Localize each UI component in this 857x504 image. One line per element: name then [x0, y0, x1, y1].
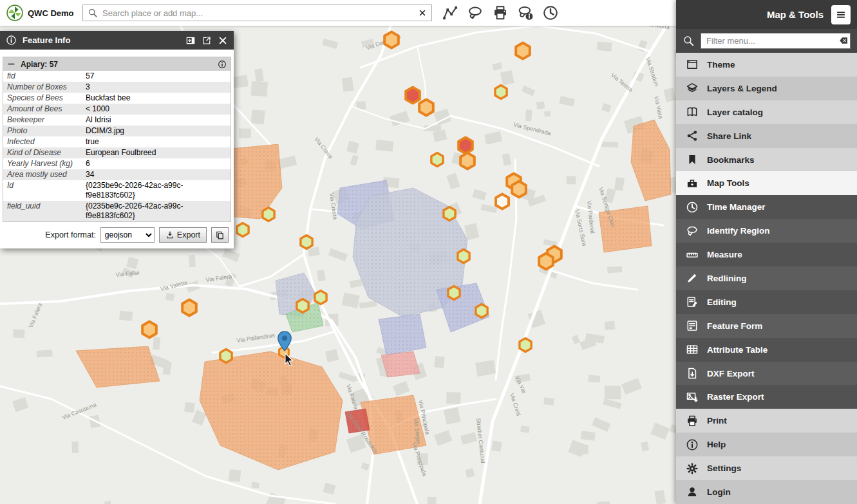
help-icon	[686, 438, 699, 451]
apiary-marker[interactable]	[512, 182, 526, 198]
attribute-row-number-of-boxes[interactable]: Number of Boxes 3	[3, 82, 231, 93]
apiary-marker[interactable]	[419, 100, 433, 116]
sidebar-item-theme[interactable]: Theme	[676, 53, 857, 77]
apiary-marker[interactable]	[237, 223, 249, 237]
toolbar-time-manager-button[interactable]	[540, 2, 561, 24]
apiary-marker[interactable]	[476, 304, 487, 318]
sidebar-item-layer-catalog[interactable]: Layer catalog	[676, 100, 857, 124]
export-format-select[interactable]: geojson	[100, 227, 155, 243]
attribute-row-photo[interactable]: Photo DCIM/3.jpg	[3, 126, 231, 136]
sidebar-item-print[interactable]: Print	[676, 409, 857, 433]
apiary-marker[interactable]	[539, 254, 553, 270]
collapse-icon[interactable]	[7, 60, 15, 68]
attribute-value: {0235be9c-2026-42ac-a99c-f9e8183fc602}	[86, 201, 231, 221]
bookmark-icon	[686, 153, 699, 166]
toolbar-identify-region-button[interactable]	[465, 2, 485, 24]
apiary-marker[interactable]	[495, 86, 507, 99]
export-button[interactable]: Export	[159, 227, 207, 243]
apiary-marker[interactable]	[496, 194, 509, 209]
apiary-marker[interactable]	[431, 153, 443, 167]
attribute-value: < 1000	[86, 104, 231, 115]
attribute-row-fid[interactable]: fid 57	[3, 71, 231, 82]
sidebar-item-dxf-export[interactable]: DXF Export	[676, 362, 857, 386]
sidebar-item-feature-form[interactable]: Feature Form	[676, 314, 857, 338]
apiary-marker[interactable]	[182, 300, 196, 316]
sidebar-item-raster-export[interactable]: Raster Export	[676, 385, 857, 409]
attribute-value: Al Idrisi	[86, 115, 231, 126]
feature-zoom-info-icon[interactable]	[218, 60, 227, 69]
apiary-marker[interactable]	[301, 236, 312, 249]
attribute-row-infected[interactable]: Infected true	[3, 136, 231, 147]
sidebar-item-label: Theme	[707, 60, 735, 70]
sidebar-item-redlining[interactable]: Redlining	[676, 266, 857, 290]
sidebar-item-login[interactable]: Login	[676, 480, 857, 504]
attribute-row-species-of-bees[interactable]: Species of Bees Buckfast bee	[3, 93, 231, 104]
menu-button[interactable]	[831, 5, 851, 24]
layer-catalog-icon	[686, 106, 699, 118]
login-icon	[686, 485, 699, 498]
apiary-marker[interactable]	[520, 339, 531, 352]
filter-menu-input[interactable]	[701, 33, 851, 49]
attribute-row-field-uuid[interactable]: field_uuid {0235be9c-2026-42ac-a99c-f9e8…	[3, 201, 231, 221]
apiary-marker[interactable]	[142, 322, 156, 338]
sidebar-item-layers-legend[interactable]: Layers & Legend	[676, 77, 857, 100]
apiary-marker[interactable]	[220, 350, 232, 363]
apiary-marker[interactable]	[458, 138, 473, 154]
attribute-row-kind-of-disease[interactable]: Kind of Disease European Foulbreed	[3, 147, 231, 158]
apiary-marker[interactable]	[460, 153, 475, 169]
clear-filter-icon[interactable]	[838, 35, 849, 46]
attribute-row-id[interactable]: Id {0235be9c-2026-42ac-a99c-f9e8183fc602…	[3, 180, 231, 201]
apiary-marker[interactable]	[444, 207, 455, 221]
detach-icon[interactable]	[202, 35, 212, 46]
sidebar-item-time-manager[interactable]: Time Manager	[676, 195, 857, 219]
feature-section-header[interactable]: Apiary: 57	[3, 57, 231, 71]
toolbar-identify-button[interactable]	[515, 2, 536, 24]
attribute-name: Amount of Bees	[3, 104, 86, 115]
attribute-row-area-mostly-used[interactable]: Area mostly used 34	[3, 169, 231, 180]
apiary-marker[interactable]	[406, 88, 420, 104]
sidebar-item-identify-region[interactable]: Identify Region	[676, 219, 857, 243]
qwc-logo-icon	[6, 5, 23, 21]
theme-icon	[686, 58, 699, 71]
export-clipboard-button[interactable]	[211, 227, 229, 243]
attribute-row-amount-of-bees[interactable]: Amount of Bees < 1000	[3, 104, 231, 115]
sidebar-item-measure[interactable]: Measure	[676, 243, 857, 266]
dock-icon[interactable]	[185, 35, 196, 46]
search-clear-icon[interactable]	[418, 8, 427, 17]
attribute-name: Area mostly used	[3, 169, 86, 180]
sidebar-item-help[interactable]: Help	[676, 433, 857, 456]
apiary-marker[interactable]	[458, 250, 469, 263]
sidebar-item-label: Layer catalog	[707, 107, 763, 117]
attribute-row-beekeeper[interactable]: Beekeeper Al Idrisi	[3, 115, 231, 126]
attribute-name: Infected	[3, 136, 86, 147]
apiary-marker[interactable]	[448, 286, 460, 300]
search-input[interactable]	[102, 8, 413, 18]
close-icon[interactable]	[218, 35, 228, 46]
sidebar-item-bookmarks[interactable]: Bookmarks	[676, 148, 857, 172]
apiary-marker[interactable]	[263, 208, 274, 221]
sidebar-item-share-link[interactable]: Share Link	[676, 124, 857, 148]
sidebar-item-label: Help	[707, 440, 726, 449]
toolbar-print-button[interactable]	[490, 2, 511, 24]
attribute-row-yearly-harvest-kg[interactable]: Yearly Harvest (kg) 6	[3, 158, 231, 169]
sidebar-item-editing[interactable]: Editing	[676, 290, 857, 314]
sidebar-item-label: Settings	[707, 463, 741, 473]
sidebar-item-label: Print	[707, 416, 727, 425]
attribute-name: field_uuid	[3, 201, 86, 221]
feature-info-titlebar[interactable]: Feature Info	[0, 31, 234, 50]
sidebar-item-settings[interactable]: Settings	[676, 456, 857, 480]
sidebar-item-map-tools[interactable]: Map Tools	[676, 171, 857, 195]
export-format-label: Export format:	[45, 230, 96, 239]
sidebar-item-label: Measure	[707, 250, 742, 259]
apiary-marker[interactable]	[384, 32, 399, 48]
sidebar-header: Map & Tools	[676, 0, 857, 29]
apiary-marker[interactable]	[315, 291, 326, 304]
filter-search-icon	[683, 35, 695, 47]
apiary-marker[interactable]	[297, 299, 308, 313]
toolbar-buttons	[440, 2, 561, 24]
sidebar: Map & Tools Theme Layers & Legend Layer …	[676, 0, 857, 504]
feature-info-window: Feature Info Apiary: 57 fid 57 Number of…	[0, 31, 234, 248]
apiary-marker[interactable]	[516, 43, 530, 59]
sidebar-item-attribute-table[interactable]: Attribute Table	[676, 338, 857, 362]
toolbar-measure-button[interactable]	[440, 2, 460, 24]
